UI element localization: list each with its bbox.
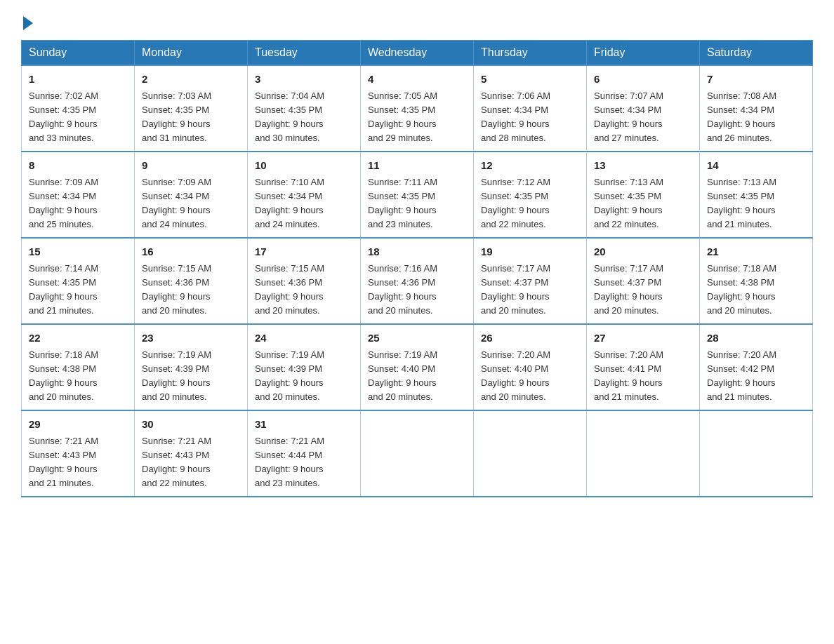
- day-info: Sunrise: 7:18 AMSunset: 4:38 PMDaylight:…: [29, 348, 127, 405]
- calendar-cell: 19Sunrise: 7:17 AMSunset: 4:37 PMDayligh…: [474, 238, 587, 324]
- calendar-cell: 9Sunrise: 7:09 AMSunset: 4:34 PMDaylight…: [135, 152, 248, 238]
- day-info: Sunrise: 7:07 AMSunset: 4:34 PMDaylight:…: [594, 89, 692, 146]
- day-info: Sunrise: 7:15 AMSunset: 4:36 PMDaylight:…: [255, 262, 353, 318]
- day-info: Sunrise: 7:03 AMSunset: 4:35 PMDaylight:…: [142, 89, 240, 146]
- day-number: 5: [481, 72, 579, 88]
- calendar-week-row: 8Sunrise: 7:09 AMSunset: 4:34 PMDaylight…: [22, 152, 813, 238]
- day-info: Sunrise: 7:18 AMSunset: 4:38 PMDaylight:…: [707, 262, 805, 318]
- calendar-cell: 2Sunrise: 7:03 AMSunset: 4:35 PMDaylight…: [135, 65, 248, 152]
- day-info: Sunrise: 7:06 AMSunset: 4:34 PMDaylight:…: [481, 89, 579, 146]
- calendar-cell: 25Sunrise: 7:19 AMSunset: 4:40 PMDayligh…: [361, 324, 474, 410]
- day-info: Sunrise: 7:16 AMSunset: 4:36 PMDaylight:…: [368, 262, 466, 318]
- calendar-cell: 13Sunrise: 7:13 AMSunset: 4:35 PMDayligh…: [587, 152, 700, 238]
- day-number: 7: [707, 72, 805, 88]
- calendar-cell: 5Sunrise: 7:06 AMSunset: 4:34 PMDaylight…: [474, 65, 587, 152]
- calendar-week-row: 1Sunrise: 7:02 AMSunset: 4:35 PMDaylight…: [22, 65, 813, 152]
- calendar-cell: 29Sunrise: 7:21 AMSunset: 4:43 PMDayligh…: [22, 410, 135, 497]
- calendar-cell: 22Sunrise: 7:18 AMSunset: 4:38 PMDayligh…: [22, 324, 135, 410]
- day-number: 14: [707, 158, 805, 174]
- day-info: Sunrise: 7:12 AMSunset: 4:35 PMDaylight:…: [481, 175, 579, 232]
- day-info: Sunrise: 7:20 AMSunset: 4:42 PMDaylight:…: [707, 348, 805, 405]
- calendar-cell: 15Sunrise: 7:14 AMSunset: 4:35 PMDayligh…: [22, 238, 135, 324]
- calendar-cell: 18Sunrise: 7:16 AMSunset: 4:36 PMDayligh…: [361, 238, 474, 324]
- day-info: Sunrise: 7:13 AMSunset: 4:35 PMDaylight:…: [594, 175, 692, 232]
- day-number: 26: [481, 330, 579, 347]
- calendar-cell: 17Sunrise: 7:15 AMSunset: 4:36 PMDayligh…: [248, 238, 361, 324]
- day-info: Sunrise: 7:21 AMSunset: 4:44 PMDaylight:…: [255, 434, 353, 491]
- calendar-table: SundayMondayTuesdayWednesdayThursdayFrid…: [21, 40, 813, 497]
- day-info: Sunrise: 7:11 AMSunset: 4:35 PMDaylight:…: [368, 175, 466, 232]
- calendar-cell: 24Sunrise: 7:19 AMSunset: 4:39 PMDayligh…: [248, 324, 361, 410]
- calendar-cell: 1Sunrise: 7:02 AMSunset: 4:35 PMDaylight…: [22, 65, 135, 152]
- day-info: Sunrise: 7:17 AMSunset: 4:37 PMDaylight:…: [594, 262, 692, 318]
- day-number: 28: [707, 330, 805, 347]
- day-number: 4: [368, 72, 466, 88]
- calendar-cell: 20Sunrise: 7:17 AMSunset: 4:37 PMDayligh…: [587, 238, 700, 324]
- day-info: Sunrise: 7:20 AMSunset: 4:41 PMDaylight:…: [594, 348, 692, 405]
- calendar-cell: 6Sunrise: 7:07 AMSunset: 4:34 PMDaylight…: [587, 65, 700, 152]
- day-number: 1: [29, 72, 127, 88]
- day-info: Sunrise: 7:21 AMSunset: 4:43 PMDaylight:…: [29, 434, 127, 491]
- day-number: 13: [594, 158, 692, 174]
- calendar-cell: 14Sunrise: 7:13 AMSunset: 4:35 PMDayligh…: [700, 152, 813, 238]
- day-number: 21: [707, 244, 805, 260]
- calendar-cell: 10Sunrise: 7:10 AMSunset: 4:34 PMDayligh…: [248, 152, 361, 238]
- header: [21, 14, 813, 27]
- calendar-header-wednesday: Wednesday: [361, 41, 474, 66]
- day-info: Sunrise: 7:02 AMSunset: 4:35 PMDaylight:…: [29, 89, 127, 146]
- calendar-cell: 23Sunrise: 7:19 AMSunset: 4:39 PMDayligh…: [135, 324, 248, 410]
- day-info: Sunrise: 7:19 AMSunset: 4:39 PMDaylight:…: [142, 348, 240, 405]
- day-number: 27: [594, 330, 692, 347]
- day-info: Sunrise: 7:04 AMSunset: 4:35 PMDaylight:…: [255, 89, 353, 146]
- day-number: 30: [142, 417, 240, 433]
- day-number: 22: [29, 330, 127, 347]
- day-number: 3: [255, 72, 353, 88]
- day-number: 24: [255, 330, 353, 347]
- day-info: Sunrise: 7:09 AMSunset: 4:34 PMDaylight:…: [142, 175, 240, 232]
- calendar-header-friday: Friday: [587, 41, 700, 66]
- day-number: 2: [142, 72, 240, 88]
- calendar-cell: 27Sunrise: 7:20 AMSunset: 4:41 PMDayligh…: [587, 324, 700, 410]
- calendar-cell: [700, 410, 813, 497]
- day-number: 31: [255, 417, 353, 433]
- day-number: 18: [368, 244, 466, 260]
- calendar-cell: 3Sunrise: 7:04 AMSunset: 4:35 PMDaylight…: [248, 65, 361, 152]
- day-number: 6: [594, 72, 692, 88]
- calendar-cell: [474, 410, 587, 497]
- calendar-cell: 8Sunrise: 7:09 AMSunset: 4:34 PMDaylight…: [22, 152, 135, 238]
- calendar-header-sunday: Sunday: [22, 41, 135, 66]
- calendar-header-row: SundayMondayTuesdayWednesdayThursdayFrid…: [22, 41, 813, 66]
- day-info: Sunrise: 7:14 AMSunset: 4:35 PMDaylight:…: [29, 262, 127, 318]
- day-info: Sunrise: 7:19 AMSunset: 4:40 PMDaylight:…: [368, 348, 466, 405]
- day-info: Sunrise: 7:20 AMSunset: 4:40 PMDaylight:…: [481, 348, 579, 405]
- day-number: 25: [368, 330, 466, 347]
- calendar-cell: 16Sunrise: 7:15 AMSunset: 4:36 PMDayligh…: [135, 238, 248, 324]
- day-info: Sunrise: 7:13 AMSunset: 4:35 PMDaylight:…: [707, 175, 805, 232]
- day-info: Sunrise: 7:17 AMSunset: 4:37 PMDaylight:…: [481, 262, 579, 318]
- day-info: Sunrise: 7:09 AMSunset: 4:34 PMDaylight:…: [29, 175, 127, 232]
- calendar-cell: [587, 410, 700, 497]
- calendar-header-monday: Monday: [135, 41, 248, 66]
- day-info: Sunrise: 7:08 AMSunset: 4:34 PMDaylight:…: [707, 89, 805, 146]
- day-number: 20: [594, 244, 692, 260]
- day-number: 17: [255, 244, 353, 260]
- day-number: 9: [142, 158, 240, 174]
- day-info: Sunrise: 7:05 AMSunset: 4:35 PMDaylight:…: [368, 89, 466, 146]
- calendar-cell: 28Sunrise: 7:20 AMSunset: 4:42 PMDayligh…: [700, 324, 813, 410]
- day-number: 10: [255, 158, 353, 174]
- calendar-cell: 11Sunrise: 7:11 AMSunset: 4:35 PMDayligh…: [361, 152, 474, 238]
- day-info: Sunrise: 7:19 AMSunset: 4:39 PMDaylight:…: [255, 348, 353, 405]
- calendar-header-saturday: Saturday: [700, 41, 813, 66]
- day-number: 8: [29, 158, 127, 174]
- calendar-week-row: 29Sunrise: 7:21 AMSunset: 4:43 PMDayligh…: [22, 410, 813, 497]
- day-info: Sunrise: 7:10 AMSunset: 4:34 PMDaylight:…: [255, 175, 353, 232]
- day-number: 15: [29, 244, 127, 260]
- day-number: 11: [368, 158, 466, 174]
- calendar-cell: 7Sunrise: 7:08 AMSunset: 4:34 PMDaylight…: [700, 65, 813, 152]
- calendar-cell: [361, 410, 474, 497]
- calendar-week-row: 22Sunrise: 7:18 AMSunset: 4:38 PMDayligh…: [22, 324, 813, 410]
- calendar-cell: 30Sunrise: 7:21 AMSunset: 4:43 PMDayligh…: [135, 410, 248, 497]
- calendar-cell: 4Sunrise: 7:05 AMSunset: 4:35 PMDaylight…: [361, 65, 474, 152]
- calendar-cell: 26Sunrise: 7:20 AMSunset: 4:40 PMDayligh…: [474, 324, 587, 410]
- calendar-week-row: 15Sunrise: 7:14 AMSunset: 4:35 PMDayligh…: [22, 238, 813, 324]
